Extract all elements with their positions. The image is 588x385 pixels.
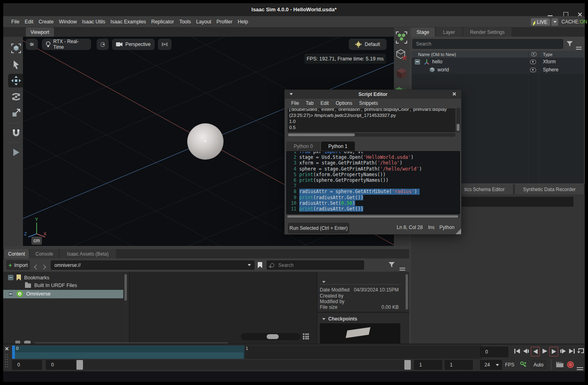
script-output[interactable]: ['doubleSided', 'extent', 'orientation',…: [288, 108, 455, 132]
code-hscrollbar[interactable]: [287, 215, 460, 218]
expander-icon[interactable]: [8, 291, 13, 297]
tab-content[interactable]: Content: [4, 249, 29, 258]
timeline-options-button[interactable]: [577, 362, 583, 370]
menu-item[interactable]: Edit: [25, 19, 33, 25]
stage-search-input[interactable]: Search: [412, 39, 563, 49]
import-button[interactable]: + Import: [6, 260, 30, 270]
prim-name[interactable]: world: [437, 67, 449, 73]
skip-to-end-button[interactable]: [568, 347, 576, 356]
expander-icon[interactable]: [8, 275, 13, 280]
tab-viewport[interactable]: Viewport: [26, 27, 54, 37]
eye-icon[interactable]: [530, 60, 536, 64]
renderer-button[interactable]: RTX - Real-Time: [42, 39, 91, 50]
remove-physics-button[interactable]: [395, 48, 408, 62]
menu-item[interactable]: Profiler: [217, 19, 233, 25]
prim-name[interactable]: hello: [432, 59, 442, 65]
script-editor-titlebar[interactable]: Script Editor: [285, 90, 461, 99]
menu-item[interactable]: Edit: [321, 100, 329, 106]
menu-item[interactable]: File: [11, 19, 19, 25]
range-end-field-2[interactable]: 1: [445, 360, 473, 370]
range-start-field-2[interactable]: 0: [46, 360, 76, 370]
filter-icon[interactable]: [566, 40, 573, 47]
step-forward-button[interactable]: [559, 347, 567, 356]
stage-row-hello[interactable]: hello Xform: [412, 58, 584, 66]
thumbnail-size-slider[interactable]: [241, 333, 300, 340]
menu-item[interactable]: Replicator: [151, 19, 174, 25]
path-input[interactable]: omniverse://: [51, 260, 255, 270]
code-editor[interactable]: 1from pxr import Usd, Vt2stage = Usd.Sta…: [286, 151, 460, 214]
expander-icon[interactable]: [415, 59, 420, 65]
physics-select-button[interactable]: [395, 31, 408, 44]
range-track[interactable]: [77, 360, 404, 370]
timeline-drag-handle[interactable]: [5, 354, 8, 369]
menu-item[interactable]: Tab: [306, 100, 313, 106]
output-vscrollbar[interactable]: [456, 108, 460, 132]
viewport-settings-button[interactable]: [26, 39, 38, 50]
content-search-input[interactable]: Search: [267, 260, 364, 270]
forward-button[interactable]: [42, 263, 46, 271]
output-hscrollbar[interactable]: [288, 133, 455, 137]
menu-item[interactable]: Create: [39, 19, 54, 25]
range-start-field[interactable]: 0: [12, 360, 42, 370]
tree-item-bookmarks[interactable]: Bookmarks: [8, 275, 50, 281]
menu-item[interactable]: Snippets: [359, 100, 378, 106]
record-button[interactable]: [567, 361, 574, 370]
play-reverse-button[interactable]: [531, 347, 540, 356]
menu-item[interactable]: Isaac Examples: [110, 19, 146, 25]
visibility-button[interactable]: [97, 39, 109, 50]
current-frame-field[interactable]: 0: [480, 347, 508, 357]
scale-tool[interactable]: [8, 106, 24, 120]
column-name[interactable]: Name (Old to New): [418, 52, 456, 57]
key-icon[interactable]: [520, 361, 527, 368]
rigid-body-button[interactable]: [395, 67, 408, 81]
timeline-close-button[interactable]: [5, 346, 10, 353]
tree-item-urdf-files[interactable]: Built In URDF Files: [25, 283, 77, 288]
snap-tool[interactable]: [8, 126, 24, 140]
play-to-end-button[interactable]: [549, 347, 558, 356]
live-button[interactable]: LIVE: [531, 18, 550, 26]
column-type[interactable]: Type: [543, 52, 553, 57]
content-options-button[interactable]: [400, 263, 405, 270]
visibility-column-icon[interactable]: [531, 52, 537, 56]
tab-semantics-schema-editor[interactable]: tics Schema Editor: [456, 185, 513, 194]
live-dropdown[interactable]: [551, 18, 558, 26]
details-collapse[interactable]: [322, 277, 325, 285]
title-bar[interactable]: Isaac Sim 4.0.0 - HelloWorld.usda*: [3, 3, 585, 16]
range-handle-left[interactable]: [77, 360, 83, 370]
skip-to-start-button[interactable]: [513, 347, 521, 356]
tree-scrollbar[interactable]: [124, 273, 127, 342]
tab-python-1[interactable]: Python 1: [321, 142, 355, 151]
lower-right-field[interactable]: [462, 197, 574, 207]
resize-grip[interactable]: [455, 229, 461, 234]
play-tool[interactable]: [8, 146, 24, 159]
range-end-field[interactable]: 1: [414, 360, 442, 370]
move-tool[interactable]: [8, 74, 24, 87]
select-tool[interactable]: [8, 58, 24, 71]
playhead[interactable]: [12, 345, 15, 359]
camera-button[interactable]: Perspective: [112, 39, 155, 50]
menu-item[interactable]: Window: [59, 19, 77, 25]
step-back-button[interactable]: [522, 347, 530, 356]
stage-row-world[interactable]: world Sphere: [412, 66, 584, 74]
menu-item[interactable]: Help: [238, 19, 248, 25]
tab-isaac-assets[interactable]: Isaac Assets (Beta): [60, 249, 116, 258]
menu-item[interactable]: File: [291, 100, 299, 106]
render-settings-button[interactable]: [158, 39, 172, 50]
add-bookmark-button[interactable]: [258, 262, 262, 270]
clapper-icon[interactable]: [556, 361, 564, 368]
menu-item[interactable]: Options: [335, 100, 352, 106]
grid-view-toggle[interactable]: [303, 333, 309, 341]
auto-key-button[interactable]: Auto: [531, 360, 546, 369]
checkpoints-section[interactable]: Checkpoints: [322, 316, 357, 322]
slider-thumb[interactable]: [267, 334, 279, 339]
tab-python-0[interactable]: Python 0: [286, 142, 320, 151]
tab-stage[interactable]: Stage: [411, 27, 435, 37]
lighting-mode-button[interactable]: Default: [349, 39, 387, 50]
select-bounds-tool[interactable]: [8, 42, 24, 55]
tab-console[interactable]: Console: [30, 249, 59, 258]
chevron-down-icon[interactable]: [248, 264, 251, 266]
tab-render-settings[interactable]: Render Settings: [463, 27, 511, 37]
range-handle-right[interactable]: [404, 360, 411, 370]
collapse-icon[interactable]: [290, 93, 293, 95]
menu-item[interactable]: Isaac Utils: [82, 19, 106, 25]
